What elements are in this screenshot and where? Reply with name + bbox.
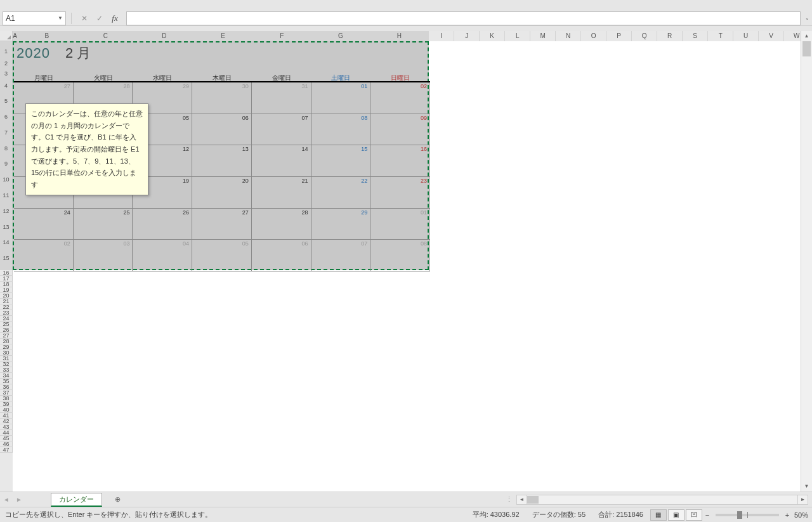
calendar-cell[interactable]: 07 bbox=[252, 114, 311, 146]
row-header-11[interactable]: 11 bbox=[0, 185, 13, 207]
row-header-8[interactable]: 8 bbox=[0, 144, 13, 153]
row-header-6[interactable]: 6 bbox=[0, 113, 13, 122]
column-header-Q[interactable]: Q bbox=[632, 31, 657, 41]
calendar-cell[interactable]: 02 bbox=[370, 82, 430, 114]
column-header-P[interactable]: P bbox=[606, 31, 632, 41]
calendar-cell[interactable]: 04 bbox=[133, 240, 192, 271]
calendar-cell[interactable]: 02 bbox=[14, 240, 74, 271]
column-header-H[interactable]: H bbox=[370, 31, 429, 41]
confirm-button[interactable]: ✓ bbox=[93, 12, 106, 25]
calendar-cell[interactable]: 07 bbox=[311, 240, 371, 271]
calendar-cell[interactable]: 25 bbox=[74, 209, 133, 240]
calendar-cell[interactable]: 15 bbox=[311, 145, 371, 177]
column-header-V[interactable]: V bbox=[759, 31, 784, 41]
calendar-cell[interactable]: 22 bbox=[311, 177, 371, 209]
insert-function-button[interactable]: fx bbox=[108, 12, 121, 25]
calendar-cell[interactable]: 14 bbox=[252, 145, 311, 177]
calendar-cell[interactable]: 09 bbox=[370, 114, 430, 146]
scroll-left-icon[interactable]: ◄ bbox=[517, 495, 527, 504]
expand-formula-bar-icon[interactable]: ⌄ bbox=[805, 15, 809, 21]
view-normal-button[interactable]: ▦ bbox=[650, 509, 667, 521]
row-header-14[interactable]: 14 bbox=[0, 238, 13, 247]
column-header-N[interactable]: N bbox=[556, 31, 581, 41]
calendar-cell[interactable]: 03 bbox=[74, 240, 133, 271]
zoom-value[interactable]: 50% bbox=[794, 511, 808, 519]
column-header-J[interactable]: J bbox=[454, 31, 480, 41]
scroll-up-icon[interactable]: ▲ bbox=[801, 31, 812, 41]
column-header-A[interactable]: A bbox=[13, 31, 18, 41]
row-header-7[interactable]: 7 bbox=[0, 122, 13, 145]
worksheet-area[interactable]: 1234567891011121314151617181920212223242… bbox=[0, 41, 801, 492]
vscroll-thumb[interactable] bbox=[802, 41, 811, 56]
row-header-1[interactable]: 1 bbox=[0, 41, 13, 62]
calendar-cell[interactable]: 01 bbox=[370, 209, 430, 240]
row-header-13[interactable]: 13 bbox=[0, 216, 13, 238]
column-header-O[interactable]: O bbox=[581, 31, 606, 41]
column-header-R[interactable]: R bbox=[657, 31, 683, 41]
row-header-3[interactable]: 3 bbox=[0, 66, 13, 81]
tab-nav-next-icon[interactable]: ► bbox=[13, 496, 25, 503]
zoom-out-button[interactable]: − bbox=[703, 511, 712, 519]
calendar-cell[interactable]: 08 bbox=[311, 114, 371, 146]
row-header-47[interactable]: 47 bbox=[0, 447, 13, 453]
day-header-1: 火曜日 bbox=[74, 74, 133, 82]
calendar-cell[interactable]: 29 bbox=[311, 209, 371, 240]
calendar-cell[interactable]: 31 bbox=[252, 82, 311, 114]
cancel-button[interactable]: ✕ bbox=[78, 12, 91, 25]
name-box-dropdown-icon[interactable]: ▼ bbox=[58, 15, 63, 21]
sheet-tab-calendar[interactable]: カレンダー bbox=[51, 493, 102, 507]
calendar-cell[interactable]: 21 bbox=[252, 177, 311, 209]
formula-input[interactable] bbox=[126, 11, 801, 25]
calendar-cell[interactable]: 30 bbox=[192, 82, 252, 114]
row-header-9[interactable]: 9 bbox=[0, 153, 13, 176]
add-sheet-button[interactable]: ⊕ bbox=[110, 492, 125, 507]
calendar-cell[interactable]: 05 bbox=[192, 240, 252, 271]
calendar-cell[interactable]: 24 bbox=[14, 209, 74, 240]
tab-nav-prev-icon[interactable]: ◄ bbox=[0, 496, 13, 503]
zoom-in-button[interactable]: + bbox=[783, 511, 792, 519]
zoom-slider-thumb[interactable] bbox=[737, 511, 742, 519]
column-header-T[interactable]: T bbox=[708, 31, 733, 41]
hscroll-thumb[interactable] bbox=[527, 496, 539, 504]
column-header-G[interactable]: G bbox=[311, 31, 370, 41]
calendar-cell[interactable]: 06 bbox=[252, 240, 311, 271]
row-header-2[interactable]: 2 bbox=[0, 62, 13, 66]
column-header-D[interactable]: D bbox=[135, 31, 194, 41]
column-header-B[interactable]: B bbox=[18, 31, 77, 41]
column-header-K[interactable]: K bbox=[480, 31, 505, 41]
scroll-right-icon[interactable]: ► bbox=[797, 495, 808, 504]
cell-grid[interactable]: 2020 2 月 月曜日火曜日水曜日木曜日金曜日土曜日日曜日2728293031… bbox=[13, 41, 801, 492]
row-header-5[interactable]: 5 bbox=[0, 90, 13, 113]
column-header-S[interactable]: S bbox=[683, 31, 708, 41]
zoom-slider[interactable] bbox=[716, 514, 779, 516]
vertical-scrollbar[interactable]: ▲ ▼ bbox=[801, 31, 812, 492]
view-page-layout-button[interactable]: ▣ bbox=[668, 509, 684, 521]
calendar-cell[interactable]: 13 bbox=[192, 145, 252, 177]
row-header-4[interactable]: 4 bbox=[0, 81, 13, 90]
calendar-cell[interactable]: 27 bbox=[192, 209, 252, 240]
select-all-corner[interactable] bbox=[0, 31, 13, 41]
column-header-U[interactable]: U bbox=[733, 31, 759, 41]
calendar-cell[interactable]: 16 bbox=[370, 145, 430, 177]
tab-split-handle[interactable]: ⋮ bbox=[506, 495, 513, 504]
calendar-cell[interactable]: 26 bbox=[133, 209, 192, 240]
name-box[interactable]: A1 ▼ bbox=[3, 11, 66, 25]
view-page-break-button[interactable]: 凹 bbox=[686, 509, 702, 521]
calendar-cell[interactable]: 23 bbox=[370, 177, 430, 209]
column-header-C[interactable]: C bbox=[77, 31, 136, 41]
calendar-cell[interactable]: 01 bbox=[311, 82, 371, 114]
column-header-L[interactable]: L bbox=[505, 31, 530, 41]
calendar-cell[interactable]: 06 bbox=[192, 114, 252, 146]
row-header-10[interactable]: 10 bbox=[0, 176, 13, 185]
scroll-down-icon[interactable]: ▼ bbox=[801, 481, 812, 492]
calendar-cell[interactable]: 20 bbox=[192, 177, 252, 209]
column-header-M[interactable]: M bbox=[530, 31, 556, 41]
row-header-12[interactable]: 12 bbox=[0, 207, 13, 216]
column-header-I[interactable]: I bbox=[429, 31, 454, 41]
column-header-E[interactable]: E bbox=[194, 31, 253, 41]
calendar-cell[interactable]: 08 bbox=[370, 240, 430, 271]
horizontal-scrollbar[interactable]: ◄ ► bbox=[516, 495, 808, 505]
row-header-15[interactable]: 15 bbox=[0, 247, 13, 270]
column-header-F[interactable]: F bbox=[252, 31, 311, 41]
calendar-cell[interactable]: 28 bbox=[252, 209, 311, 240]
